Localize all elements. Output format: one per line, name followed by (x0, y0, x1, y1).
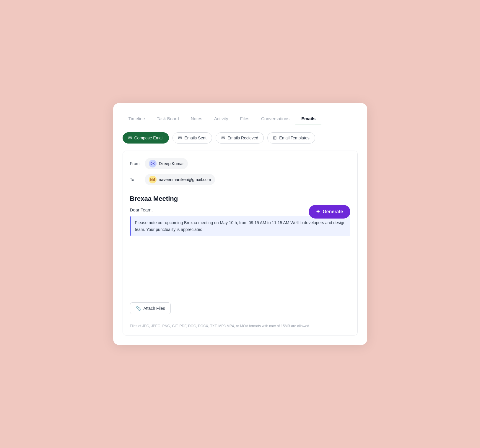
emails-received-button[interactable]: ✉ Emails Recieved (216, 132, 264, 144)
email-body-text[interactable]: Please note our upcoming Brexaa meeting … (130, 216, 350, 236)
tab-timeline[interactable]: Timeline (123, 113, 151, 125)
file-note: Files of JPG, JPEG, PNG, GIF, PDF, DOC, … (130, 319, 350, 328)
email-body-area: Dear Team, ✦ Generate Please note our up… (130, 207, 350, 299)
generate-button[interactable]: ✦ Generate (309, 205, 350, 219)
email-subject[interactable]: Brexaa Meeting (130, 195, 350, 203)
emails-sent-button[interactable]: ✉ Emails Sent (173, 132, 212, 144)
sparkle-icon: ✦ (316, 208, 320, 215)
tab-task-board[interactable]: Task Board (151, 113, 185, 125)
divider-after-fields (130, 190, 350, 190)
recipient-avatar: NM (149, 176, 157, 183)
recipient-email: naveenmanikeri@gmail.com (159, 177, 211, 182)
tab-emails[interactable]: Emails (295, 113, 321, 125)
sent-icon: ✉ (178, 135, 182, 141)
attach-files-button[interactable]: 📎 Attach Files (130, 302, 171, 314)
sub-tabs-row: ✉ Compose Email ✉ Emails Sent ✉ Emails R… (123, 132, 358, 144)
templates-icon: ⊞ (273, 135, 277, 141)
tab-conversations[interactable]: Conversations (255, 113, 295, 125)
to-chip[interactable]: NM naveenmanikeri@gmail.com (145, 174, 215, 185)
tab-notes[interactable]: Notes (185, 113, 208, 125)
from-label: From (130, 161, 145, 166)
to-label: To (130, 177, 145, 182)
sender-avatar: DK (149, 160, 157, 167)
from-row: From DK Dileep Kumar (130, 158, 350, 169)
received-icon: ✉ (221, 135, 225, 141)
main-card: Timeline Task Board Notes Activity Files… (113, 103, 367, 345)
sender-name: Dileep Kumar (159, 161, 184, 166)
email-templates-button[interactable]: ⊞ Email Templates (267, 132, 315, 144)
compose-area: From DK Dileep Kumar To NM naveenmaniker… (123, 151, 358, 335)
from-chip[interactable]: DK Dileep Kumar (145, 158, 188, 169)
compose-email-button[interactable]: ✉ Compose Email (123, 132, 169, 144)
paperclip-icon: 📎 (136, 306, 141, 311)
tab-files[interactable]: Files (234, 113, 255, 125)
to-row: To NM naveenmanikeri@gmail.com (130, 174, 350, 185)
compose-icon: ✉ (128, 135, 132, 141)
body-spacer (130, 240, 350, 299)
nav-tabs: Timeline Task Board Notes Activity Files… (123, 113, 358, 125)
tab-activity[interactable]: Activity (208, 113, 234, 125)
